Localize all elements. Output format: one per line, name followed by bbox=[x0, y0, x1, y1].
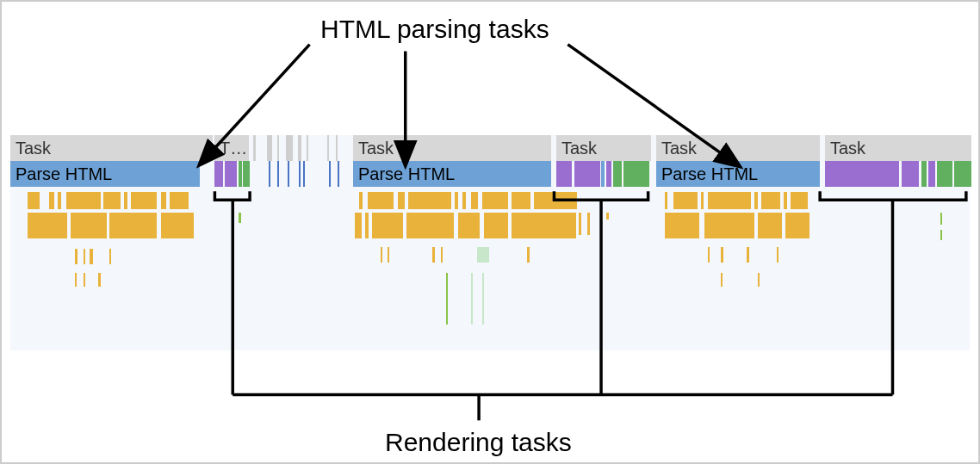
render-segment[interactable] bbox=[601, 161, 605, 187]
flame-bar[interactable] bbox=[708, 247, 710, 263]
flame-bar[interactable] bbox=[785, 213, 809, 238]
render-segment[interactable] bbox=[606, 161, 611, 187]
flame-bar[interactable] bbox=[458, 213, 480, 238]
flame-bar[interactable] bbox=[761, 192, 780, 209]
flame-bar[interactable] bbox=[665, 213, 699, 238]
flame-bar[interactable] bbox=[606, 213, 609, 220]
task-sliver bbox=[336, 135, 338, 161]
flame-bar[interactable] bbox=[777, 247, 778, 263]
task-block-4[interactable]: Task bbox=[556, 135, 651, 161]
render-segment[interactable] bbox=[902, 161, 919, 187]
render-segment[interactable] bbox=[556, 161, 572, 187]
render-segment[interactable] bbox=[937, 161, 952, 187]
flame-bar[interactable] bbox=[161, 192, 166, 209]
flame-bar[interactable] bbox=[109, 249, 111, 264]
task-sliver bbox=[307, 135, 308, 161]
task-block-5[interactable]: Task bbox=[656, 135, 820, 161]
flame-bar[interactable] bbox=[534, 192, 577, 209]
flame-bar[interactable] bbox=[109, 213, 157, 238]
flame-bar[interactable] bbox=[28, 192, 40, 209]
flame-bar[interactable] bbox=[482, 273, 484, 325]
flame-bar[interactable] bbox=[791, 192, 808, 209]
flame-bar[interactable] bbox=[721, 247, 723, 263]
flame-bar[interactable] bbox=[372, 213, 403, 238]
render-segment[interactable] bbox=[613, 161, 622, 187]
flame-bar[interactable] bbox=[455, 192, 458, 209]
flame-bar[interactable] bbox=[398, 192, 405, 209]
render-segment[interactable] bbox=[825, 161, 899, 187]
flame-bar[interactable] bbox=[482, 192, 508, 209]
flame-bar[interactable] bbox=[359, 192, 363, 209]
flame-bar[interactable] bbox=[355, 213, 362, 238]
flame-bar[interactable] bbox=[75, 273, 77, 287]
flame-bar[interactable] bbox=[701, 192, 704, 209]
flame-bar[interactable] bbox=[58, 192, 61, 209]
flame-bar[interactable] bbox=[471, 273, 473, 325]
task-block-6[interactable]: Task bbox=[825, 135, 971, 161]
flame-bar[interactable] bbox=[124, 192, 127, 209]
flame-bar[interactable] bbox=[368, 192, 394, 209]
flame-bar[interactable] bbox=[365, 213, 369, 238]
flame-bar[interactable] bbox=[446, 273, 448, 325]
flame-bar[interactable] bbox=[587, 213, 590, 235]
flame-bar[interactable] bbox=[441, 247, 443, 263]
flame-bar[interactable] bbox=[462, 192, 466, 209]
flame-bar[interactable] bbox=[84, 273, 85, 287]
flame-bar[interactable] bbox=[103, 192, 121, 209]
render-segment[interactable] bbox=[623, 161, 649, 187]
parse-html-block-2[interactable]: Parse HTML bbox=[353, 161, 551, 187]
flame-bar[interactable] bbox=[239, 213, 241, 223]
flame-bar[interactable] bbox=[471, 192, 478, 209]
render-segment[interactable] bbox=[928, 161, 935, 187]
parse-html-block-1[interactable]: Parse HTML bbox=[10, 161, 200, 187]
flame-bar[interactable] bbox=[754, 192, 758, 209]
flame-bar[interactable] bbox=[381, 247, 382, 263]
render-segment[interactable] bbox=[243, 161, 250, 187]
flame-bar[interactable] bbox=[432, 247, 435, 263]
flame-bar[interactable] bbox=[71, 213, 107, 238]
parse-row: Parse HTML Parse HTML Parse HTML bbox=[10, 161, 970, 187]
flame-bar[interactable] bbox=[90, 249, 93, 264]
flame-bar[interactable] bbox=[66, 192, 101, 209]
flame-bar[interactable] bbox=[940, 213, 942, 225]
flame-bar[interactable] bbox=[28, 213, 67, 238]
render-segment[interactable] bbox=[225, 161, 237, 187]
tiny-task bbox=[338, 161, 339, 187]
render-segment[interactable] bbox=[921, 161, 927, 187]
task-block-1[interactable]: Task bbox=[10, 135, 213, 161]
flame-bar[interactable] bbox=[721, 273, 723, 287]
flame-bar[interactable] bbox=[512, 213, 576, 238]
flame-bar[interactable] bbox=[579, 213, 581, 235]
flame-bar[interactable] bbox=[704, 213, 754, 238]
flame-bar[interactable] bbox=[665, 192, 667, 209]
flame-bar[interactable] bbox=[758, 273, 760, 287]
flame-bar[interactable] bbox=[708, 192, 751, 209]
flame-bar[interactable] bbox=[98, 273, 101, 287]
flame-bar[interactable] bbox=[408, 192, 451, 209]
flame-bar[interactable] bbox=[477, 247, 489, 263]
flame-bar[interactable] bbox=[673, 192, 698, 209]
task-block-2[interactable]: T… bbox=[214, 135, 249, 161]
flame-bar[interactable] bbox=[161, 213, 194, 238]
flame-bar[interactable] bbox=[406, 213, 454, 238]
flame-bar[interactable] bbox=[784, 192, 787, 209]
task-block-3[interactable]: Task bbox=[353, 135, 551, 161]
flame-bar[interactable] bbox=[170, 192, 189, 209]
flame-bar[interactable] bbox=[49, 192, 54, 209]
render-segment[interactable] bbox=[214, 161, 223, 187]
render-segment[interactable] bbox=[954, 161, 971, 187]
flame-bar[interactable] bbox=[527, 247, 530, 263]
flame-bar[interactable] bbox=[388, 247, 389, 263]
flame-bar[interactable] bbox=[484, 213, 508, 238]
task-sliver bbox=[327, 135, 329, 161]
flame-bar[interactable] bbox=[84, 249, 85, 264]
flame-bar[interactable] bbox=[940, 230, 942, 240]
flame-bar[interactable] bbox=[747, 247, 749, 263]
flame-bar[interactable] bbox=[75, 249, 78, 264]
flame-bar[interactable] bbox=[131, 192, 157, 209]
render-segment[interactable] bbox=[574, 161, 600, 187]
parse-html-block-3[interactable]: Parse HTML bbox=[656, 161, 820, 187]
render-segment[interactable] bbox=[239, 161, 242, 187]
flame-bar[interactable] bbox=[512, 192, 530, 209]
flame-bar[interactable] bbox=[758, 213, 782, 238]
